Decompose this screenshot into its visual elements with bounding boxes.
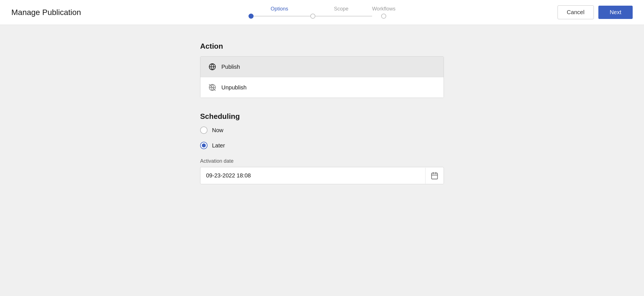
scheduling-section: Scheduling Now Later Activation date <box>200 112 444 184</box>
step-line-1 <box>254 16 310 16</box>
globe-icon <box>208 63 216 71</box>
radio-now-label: Now <box>212 127 223 134</box>
date-input[interactable] <box>200 167 425 184</box>
action-title: Action <box>200 42 444 51</box>
step-options-circle <box>249 14 254 19</box>
radio-later-outer <box>200 142 207 149</box>
scheduling-title: Scheduling <box>200 112 444 121</box>
action-section: Action Publish <box>200 42 444 98</box>
header-actions: Cancel Next <box>558 5 633 19</box>
calendar-button[interactable] <box>425 168 444 184</box>
activation-date-label: Activation date <box>200 158 444 164</box>
svg-rect-5 <box>432 173 438 179</box>
next-button[interactable]: Next <box>598 6 633 19</box>
action-item-publish[interactable]: Publish <box>200 57 444 77</box>
publish-label: Publish <box>221 64 240 70</box>
activation-date-container: Activation date <box>200 158 444 184</box>
step-scope-label[interactable]: Scope <box>334 6 348 12</box>
radio-later-inner <box>202 143 206 147</box>
globe-off-icon <box>208 83 216 91</box>
main-content: Action Publish <box>0 25 644 296</box>
step-options: Options <box>249 6 310 19</box>
step-scope-circle <box>310 14 315 19</box>
date-input-row <box>200 167 444 184</box>
radio-now-outer <box>200 126 207 134</box>
calendar-icon <box>431 172 438 180</box>
radio-later[interactable]: Later <box>200 142 444 149</box>
scheduling-radio-group: Now Later <box>200 126 444 149</box>
radio-now[interactable]: Now <box>200 126 444 134</box>
step-workflows-circle <box>381 14 386 19</box>
unpublish-label: Unpublish <box>221 84 247 91</box>
radio-later-label: Later <box>212 142 225 149</box>
cancel-button[interactable]: Cancel <box>558 5 594 19</box>
step-workflows: Workflows <box>372 6 396 19</box>
step-line-2 <box>315 16 372 16</box>
stepper: Options Scope Workflows <box>249 6 396 19</box>
header: Manage Publication Options Scope Workflo… <box>0 0 644 25</box>
action-list: Publish Unpublish <box>200 56 444 98</box>
step-scope: Scope <box>310 6 372 19</box>
action-item-unpublish[interactable]: Unpublish <box>200 77 444 98</box>
step-options-label[interactable]: Options <box>271 6 288 12</box>
content-area: Action Publish <box>200 42 444 279</box>
page-title: Manage Publication <box>11 8 81 17</box>
step-workflows-label[interactable]: Workflows <box>372 6 396 12</box>
